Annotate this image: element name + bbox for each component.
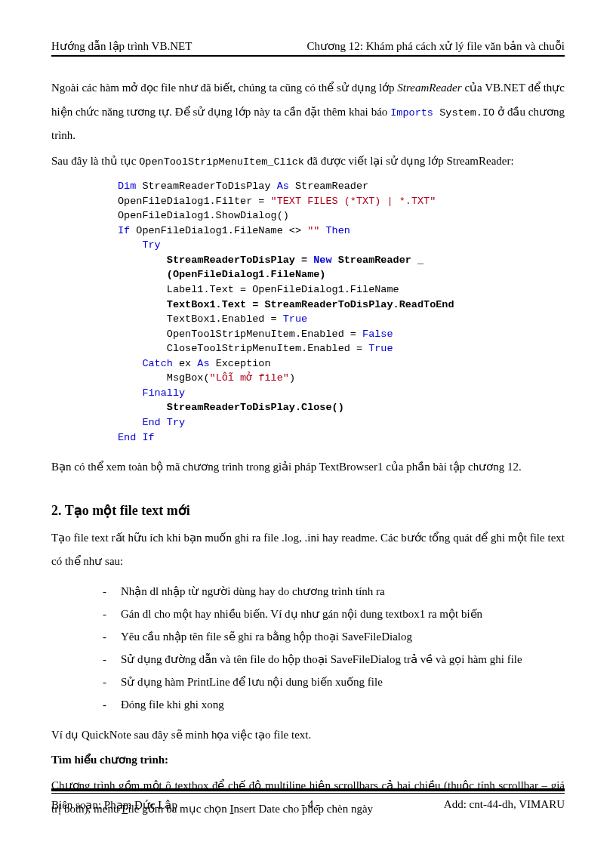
kw: As bbox=[277, 180, 289, 192]
code: TextBox1.Enabled = bbox=[167, 313, 283, 325]
code: StreamReader _ bbox=[332, 254, 424, 266]
code: StreamReaderToDisPlay = bbox=[167, 254, 313, 266]
code: StreamReader bbox=[289, 180, 368, 192]
kw: Then bbox=[319, 225, 350, 236]
text-streamreader: StreamReader bbox=[397, 82, 461, 94]
footer-right: Add: cnt-44-dh, VIMARU bbox=[444, 798, 565, 812]
code: (OpenFileDialog1.FileName) bbox=[167, 269, 326, 280]
footer-left: Biên soạn: Phạm Đức Lập bbox=[51, 798, 177, 812]
code: OpenFileDialog1.FileName <> bbox=[130, 225, 307, 236]
text: Ngoài các hàm mở đọc file như đã biết, c… bbox=[51, 82, 397, 94]
kw: False bbox=[362, 328, 393, 340]
code: TextBox1.Text = StreamReaderToDisPlay.Re… bbox=[167, 299, 454, 310]
footer-rule-thin bbox=[51, 793, 565, 794]
kw: End bbox=[118, 432, 136, 443]
bullet-list: Nhận dl nhập từ người dùng hay do chương… bbox=[103, 580, 565, 716]
code: ex bbox=[173, 358, 197, 369]
list-item: Gán dl cho một hay nhiều biến. Ví dụ như… bbox=[103, 603, 565, 625]
code: CloseToolStripMenuItem.Enabled = bbox=[167, 343, 368, 354]
paragraph-intro: Ngoài các hàm mở đọc file như đã biết, c… bbox=[51, 76, 565, 148]
section-heading: 2. Tạo một file text mới bbox=[51, 502, 565, 519]
text: Sau đây là thủ tục bbox=[51, 155, 139, 167]
footer-rule-thick bbox=[51, 788, 565, 791]
paragraph-ref: Bạn có thể xem toàn bộ mã chương trình t… bbox=[51, 455, 565, 480]
kw: True bbox=[283, 313, 307, 325]
footer-center: - 4 - bbox=[301, 798, 320, 812]
paragraph-subheading: Tìm hiểu chương trình: bbox=[51, 748, 565, 772]
str: "TEXT FILES (*TXT) | *.TXT" bbox=[271, 196, 436, 207]
code: OpenToolStripMenuItem.Enabled = bbox=[167, 328, 362, 340]
code: StreamReaderToDisPlay bbox=[136, 180, 276, 192]
kw: True bbox=[368, 343, 393, 354]
code: OpenFileDialog1.ShowDialog() bbox=[118, 210, 289, 221]
str: "Lỗi mở file" bbox=[210, 372, 289, 384]
page-header: Hướng dẫn lập trình VB.NET Chương 12: Kh… bbox=[51, 39, 565, 53]
kw: Finally bbox=[142, 387, 185, 399]
code: MsgBox( bbox=[167, 372, 210, 384]
paragraph-example: Ví dụ QuickNote sau đây sẽ minh họa việc… bbox=[51, 723, 565, 748]
list-item: Sử dụng đường dẫn và tên file do hộp tho… bbox=[103, 648, 565, 671]
kw: Try bbox=[142, 239, 160, 251]
kw: If bbox=[118, 225, 130, 236]
list-item: Đóng file khi ghi xong bbox=[103, 693, 565, 716]
page-footer: Biên soạn: Phạm Đức Lập - 4 - Add: cnt-4… bbox=[51, 788, 565, 812]
list-item: Nhận dl nhập từ người dùng hay do chương… bbox=[103, 580, 565, 603]
header-rule bbox=[51, 55, 565, 57]
code: OpenFileDialog1.Filter = bbox=[118, 196, 271, 207]
kw: New bbox=[313, 254, 331, 266]
kw: If bbox=[136, 432, 154, 443]
paragraph-create-file: Tạo file text rất hữu ích khi bạn muốn g… bbox=[51, 526, 565, 574]
code: StreamReaderToDisPlay.Close() bbox=[167, 402, 344, 413]
list-item: Sử dụng hàm PrintLine để lưu nội dung bi… bbox=[103, 671, 565, 693]
code: ) bbox=[289, 372, 295, 384]
paragraph-proc: Sau đây là thủ tục OpenToolStripMenuItem… bbox=[51, 150, 565, 174]
code: Exception bbox=[210, 358, 271, 369]
header-right: Chương 12: Khám phá cách xử lý file văn … bbox=[306, 39, 565, 53]
kw: Try bbox=[161, 417, 185, 428]
code-method-name: OpenToolStripMenuItem_Click bbox=[139, 156, 304, 168]
code-system-io: System.IO bbox=[433, 107, 494, 119]
kw: Catch bbox=[142, 358, 173, 369]
code-block: Dim StreamReaderToDisPlay As StreamReade… bbox=[118, 179, 565, 445]
code: Label1.Text = OpenFileDialog1.FileName bbox=[167, 284, 399, 295]
header-left: Hướng dẫn lập trình VB.NET bbox=[51, 39, 192, 53]
kw: End bbox=[142, 417, 160, 428]
list-item: Yêu cầu nhập tên file sẽ ghi ra bằng hộp… bbox=[103, 625, 565, 648]
kw: Dim bbox=[118, 180, 136, 192]
code-keyword-imports: Imports bbox=[390, 107, 433, 119]
str: "" bbox=[307, 225, 319, 236]
text: đã được viết lại sử dụng lớp StreamReade… bbox=[304, 155, 514, 167]
kw: As bbox=[197, 358, 209, 369]
